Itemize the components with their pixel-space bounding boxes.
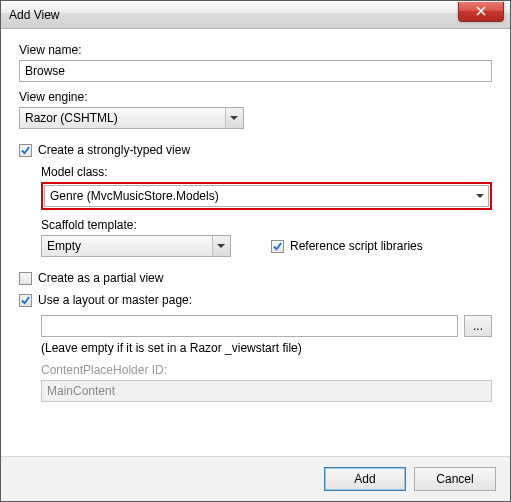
add-view-dialog: Add View View name: View engine: Razor (… bbox=[0, 0, 511, 502]
window-title: Add View bbox=[1, 8, 458, 22]
cph-label: ContentPlaceHolder ID: bbox=[41, 363, 492, 377]
add-button[interactable]: Add bbox=[324, 467, 406, 491]
chevron-down-icon bbox=[217, 244, 225, 248]
partial-view-row[interactable]: Create as a partial view bbox=[19, 271, 492, 285]
close-icon bbox=[476, 6, 486, 16]
chevron-down-icon bbox=[230, 116, 238, 120]
model-class-label: Model class: bbox=[41, 165, 492, 179]
scaffold-value: Empty bbox=[47, 239, 81, 253]
view-engine-value: Razor (CSHTML) bbox=[25, 111, 118, 125]
model-class-combo[interactable]: Genre (MvcMusicStore.Models) bbox=[44, 185, 489, 207]
ref-scripts-label: Reference script libraries bbox=[290, 239, 423, 253]
partial-view-checkbox[interactable] bbox=[19, 272, 32, 285]
title-bar: Add View bbox=[1, 1, 510, 29]
ref-scripts-row[interactable]: Reference script libraries bbox=[271, 239, 423, 253]
strongly-typed-row[interactable]: Create a strongly-typed view bbox=[19, 143, 492, 157]
dialog-footer: Add Cancel bbox=[1, 456, 510, 501]
cancel-button[interactable]: Cancel bbox=[414, 467, 496, 491]
strongly-typed-checkbox[interactable] bbox=[19, 144, 32, 157]
view-engine-label: View engine: bbox=[19, 90, 492, 104]
layout-hint: (Leave empty if it is set in a Razor _vi… bbox=[41, 341, 492, 355]
use-layout-checkbox[interactable] bbox=[19, 294, 32, 307]
model-class-value: Genre (MvcMusicStore.Models) bbox=[50, 189, 219, 203]
browse-button[interactable]: ... bbox=[464, 315, 492, 337]
ref-scripts-checkbox[interactable] bbox=[271, 240, 284, 253]
view-engine-combo[interactable]: Razor (CSHTML) bbox=[19, 107, 244, 129]
dialog-body: View name: View engine: Razor (CSHTML) C… bbox=[1, 29, 510, 456]
layout-path-input[interactable] bbox=[41, 315, 458, 337]
view-name-input[interactable] bbox=[19, 60, 492, 82]
strongly-typed-label: Create a strongly-typed view bbox=[38, 143, 190, 157]
close-button[interactable] bbox=[458, 2, 504, 22]
model-class-highlight: Genre (MvcMusicStore.Models) bbox=[41, 182, 492, 210]
use-layout-label: Use a layout or master page: bbox=[38, 293, 192, 307]
view-name-label: View name: bbox=[19, 43, 492, 57]
partial-view-label: Create as a partial view bbox=[38, 271, 163, 285]
ellipsis-icon: ... bbox=[473, 319, 483, 333]
scaffold-label: Scaffold template: bbox=[41, 218, 492, 232]
cph-input bbox=[41, 380, 492, 402]
chevron-down-icon bbox=[476, 194, 484, 198]
scaffold-combo[interactable]: Empty bbox=[41, 235, 231, 257]
use-layout-row[interactable]: Use a layout or master page: bbox=[19, 293, 492, 307]
